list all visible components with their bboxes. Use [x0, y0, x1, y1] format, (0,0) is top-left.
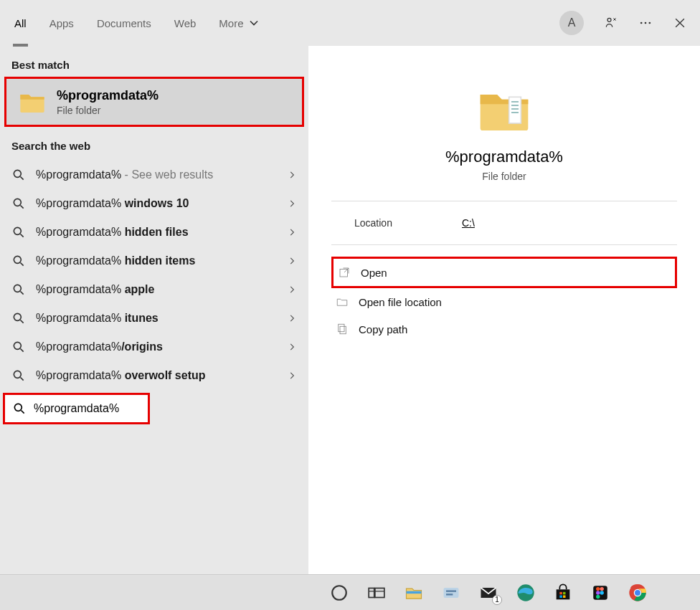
- chevron-right-icon[interactable]: [287, 313, 297, 323]
- search-icon: [11, 254, 26, 268]
- web-result[interactable]: %programdata% overwolf setup: [4, 361, 304, 390]
- filter-tabs: All Apps Documents Web More: [13, 11, 262, 34]
- action-open-location[interactable]: Open file location: [331, 288, 677, 315]
- chevron-right-icon[interactable]: [287, 199, 297, 209]
- svg-rect-13: [509, 97, 521, 123]
- chevron-right-icon[interactable]: [287, 170, 297, 180]
- action-open-label: Open: [361, 267, 387, 279]
- svg-point-32: [596, 586, 600, 590]
- svg-rect-19: [375, 588, 384, 597]
- tab-web[interactable]: Web: [173, 13, 198, 34]
- svg-point-1: [640, 22, 643, 24]
- svg-point-17: [332, 586, 346, 600]
- svg-rect-29: [559, 595, 562, 598]
- best-match-label: Best match: [0, 46, 308, 77]
- search-input[interactable]: [34, 402, 141, 415]
- svg-point-4: [14, 170, 21, 177]
- folder-large-icon: [476, 80, 533, 138]
- svg-point-34: [596, 591, 600, 594]
- preview-panel: %programdata% File folder Location C:\ O…: [308, 46, 700, 574]
- web-result[interactable]: %programdata% apple: [4, 275, 304, 304]
- search-icon: [11, 225, 26, 239]
- web-result-text: %programdata% - See web results: [36, 168, 277, 181]
- file-explorer-icon[interactable]: [403, 582, 425, 604]
- chevron-right-icon[interactable]: [287, 256, 297, 266]
- svg-point-33: [600, 586, 603, 590]
- svg-point-12: [14, 404, 22, 411]
- tab-apps[interactable]: Apps: [48, 13, 75, 34]
- svg-point-11: [14, 371, 21, 378]
- chevron-right-icon[interactable]: [287, 285, 297, 295]
- search-icon: [11, 311, 26, 325]
- chevron-down-icon: [247, 16, 261, 30]
- svg-point-7: [14, 256, 21, 263]
- cortana-icon[interactable]: [328, 582, 350, 604]
- svg-rect-21: [444, 588, 459, 598]
- search-icon: [11, 196, 26, 211]
- search-icon: [11, 168, 26, 182]
- svg-point-0: [607, 18, 611, 22]
- svg-rect-22: [446, 590, 456, 591]
- copy-icon: [336, 323, 349, 335]
- chevron-right-icon[interactable]: [287, 342, 297, 352]
- web-result-text: %programdata% hidden files: [36, 226, 277, 239]
- svg-point-35: [600, 591, 603, 594]
- web-result[interactable]: %programdata% hidden items: [4, 247, 304, 275]
- web-result[interactable]: %programdata% hidden files: [4, 218, 304, 247]
- figma-icon[interactable]: [590, 582, 611, 604]
- tab-all[interactable]: All: [13, 13, 28, 34]
- preview-actions: Open Open file location Copy path: [331, 245, 677, 343]
- tab-more[interactable]: More: [217, 11, 262, 34]
- best-match-result[interactable]: %programdata% File folder: [4, 77, 304, 127]
- svg-point-10: [14, 342, 21, 349]
- web-result[interactable]: %programdata% itunes: [4, 304, 304, 333]
- location-label: Location: [354, 217, 462, 229]
- location-row: Location C:\: [331, 201, 677, 245]
- search-box[interactable]: [3, 393, 150, 424]
- svg-rect-30: [563, 595, 566, 598]
- folder-icon: [18, 87, 47, 116]
- web-results-list: %programdata% - See web results %program…: [0, 158, 308, 390]
- search-icon: [12, 401, 27, 416]
- feedback-icon[interactable]: [604, 16, 618, 30]
- more-options-icon[interactable]: [638, 16, 653, 30]
- web-result[interactable]: %programdata% windows 10: [4, 189, 304, 218]
- results-panel: Best match %programdata% File folder Sea…: [0, 46, 308, 390]
- svg-point-39: [635, 590, 640, 596]
- close-icon[interactable]: [673, 16, 687, 30]
- tab-documents[interactable]: Documents: [95, 13, 153, 34]
- web-result[interactable]: %programdata% - See web results: [4, 161, 304, 189]
- action-copy-path[interactable]: Copy path: [331, 315, 677, 343]
- web-result-text: %programdata%/origins: [36, 340, 277, 353]
- task-view-icon[interactable]: [366, 582, 387, 604]
- svg-point-36: [596, 594, 600, 598]
- svg-point-6: [14, 227, 21, 234]
- web-result-text: %programdata% overwolf setup: [36, 369, 277, 382]
- web-result[interactable]: %programdata%/origins: [4, 333, 304, 361]
- search-icon: [11, 368, 26, 383]
- action-copy-path-label: Copy path: [359, 323, 407, 335]
- action-open[interactable]: Open: [331, 257, 677, 288]
- svg-point-5: [14, 199, 21, 206]
- svg-point-9: [14, 313, 21, 320]
- user-avatar[interactable]: A: [559, 11, 584, 35]
- mail-icon[interactable]: 1: [478, 582, 499, 604]
- svg-rect-28: [563, 591, 566, 594]
- svg-point-8: [14, 285, 21, 292]
- svg-rect-20: [407, 591, 422, 594]
- web-result-text: %programdata% hidden items: [36, 254, 277, 267]
- best-match-title: %programdata%: [57, 88, 159, 103]
- search-web-label: Search the web: [0, 127, 308, 158]
- edge-icon[interactable]: [515, 582, 536, 604]
- chevron-right-icon[interactable]: [287, 371, 297, 381]
- svg-point-3: [649, 22, 651, 24]
- app-icon-1[interactable]: [440, 582, 462, 604]
- chevron-right-icon[interactable]: [287, 227, 297, 237]
- tab-more-label: More: [219, 17, 243, 29]
- location-value[interactable]: C:\: [462, 217, 475, 229]
- search-topbar: All Apps Documents Web More A: [0, 0, 700, 46]
- best-match-subtitle: File folder: [57, 105, 159, 116]
- topbar-actions: A: [559, 11, 687, 35]
- chrome-icon[interactable]: [627, 582, 648, 604]
- store-icon[interactable]: [552, 582, 574, 604]
